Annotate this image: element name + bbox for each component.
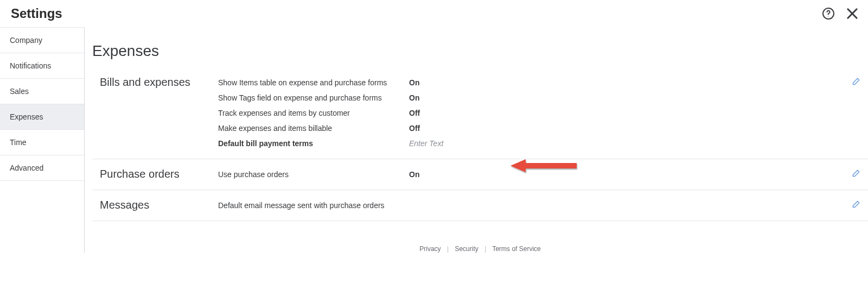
setting-label: Make expenses and items billable <box>218 124 409 133</box>
setting-value: Off <box>409 124 420 133</box>
section-body-messages: Default email message sent with purchase… <box>218 198 833 213</box>
section-body-purchase: Use purchase orders On <box>218 167 833 182</box>
svg-point-1 <box>828 16 828 16</box>
section-body-bills: Show Items table on expense and purchase… <box>218 75 833 151</box>
body: Company Notifications Sales Expenses Tim… <box>0 27 868 253</box>
edit-icon[interactable] <box>851 169 860 179</box>
sidebar-item-expenses[interactable]: Expenses <box>0 104 84 129</box>
setting-label: Use purchase orders <box>218 170 409 179</box>
sidebar-item-company[interactable]: Company <box>0 27 84 53</box>
setting-row: Make expenses and items billable Off <box>218 121 833 136</box>
setting-row: Use purchase orders On <box>218 167 833 182</box>
setting-row-terms: Default bill payment terms Enter Text <box>218 136 833 151</box>
main: Expenses Bills and expenses Show Items t… <box>85 27 868 253</box>
section-title-purchase: Purchase orders <box>100 167 218 182</box>
section-bills: Bills and expenses Show Items table on e… <box>92 67 868 159</box>
edit-icon[interactable] <box>851 200 860 210</box>
section-title-messages: Messages <box>100 198 218 213</box>
edit-col <box>833 198 860 213</box>
footer: Privacy | Security | Terms of Service <box>92 221 868 253</box>
sidebar-item-notifications[interactable]: Notifications <box>0 53 84 78</box>
edit-col <box>833 75 860 151</box>
close-icon[interactable] <box>844 5 860 22</box>
section-messages: Messages Default email message sent with… <box>92 190 868 221</box>
section-title-bills: Bills and expenses <box>100 75 218 151</box>
page-title: Expenses <box>92 27 868 67</box>
footer-sep: | <box>484 245 486 253</box>
setting-label: Show Tags field on expense and purchase … <box>218 93 409 102</box>
setting-row: Show Tags field on expense and purchase … <box>218 90 833 105</box>
sidebar-item-sales[interactable]: Sales <box>0 78 84 104</box>
setting-row: Track expenses and items by customer Off <box>218 105 833 121</box>
help-icon[interactable] <box>820 5 837 22</box>
setting-row: Default email message sent with purchase… <box>218 198 833 213</box>
setting-label: Track expenses and items by customer <box>218 109 409 117</box>
setting-row: Show Items table on expense and purchase… <box>218 75 833 90</box>
setting-placeholder: Enter Text <box>409 139 443 148</box>
footer-security[interactable]: Security <box>455 245 478 253</box>
setting-label: Default bill payment terms <box>218 139 409 148</box>
edit-icon[interactable] <box>851 77 860 87</box>
settings-title: Settings <box>11 6 62 21</box>
topbar-actions <box>820 5 860 22</box>
sidebar-item-advanced[interactable]: Advanced <box>0 155 84 181</box>
setting-value: Off <box>409 109 420 117</box>
setting-value: On <box>409 78 419 87</box>
setting-value: On <box>409 93 419 102</box>
edit-col <box>833 167 860 182</box>
footer-tos[interactable]: Terms of Service <box>492 245 540 253</box>
sidebar: Company Notifications Sales Expenses Tim… <box>0 27 85 253</box>
footer-sep: | <box>447 245 449 253</box>
section-purchase: Purchase orders Use purchase orders On <box>92 159 868 190</box>
footer-privacy[interactable]: Privacy <box>419 245 441 253</box>
sidebar-item-time[interactable]: Time <box>0 129 84 155</box>
setting-label: Show Items table on expense and purchase… <box>218 78 409 87</box>
setting-label: Default email message sent with purchase… <box>218 201 409 210</box>
topbar: Settings <box>0 0 868 27</box>
setting-value: On <box>409 170 419 179</box>
